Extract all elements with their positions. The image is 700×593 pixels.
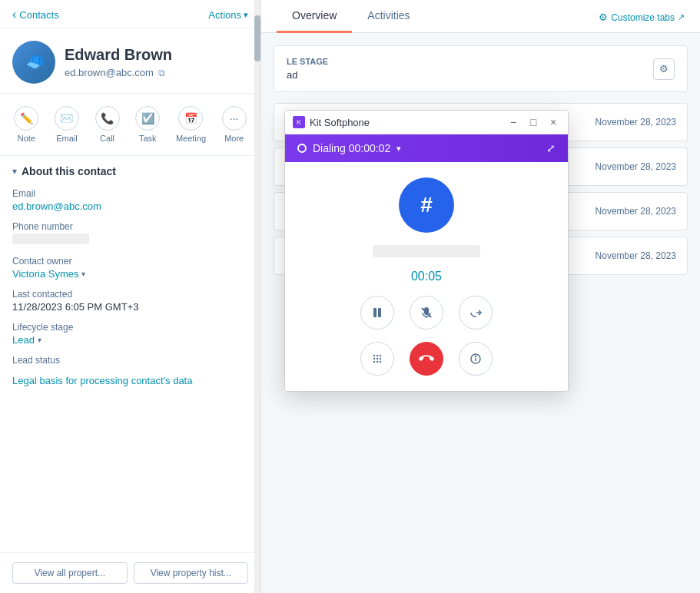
scrollbar-thumb[interactable] [254, 15, 260, 61]
dialing-dot-icon [297, 144, 307, 153]
left-panel: Contacts Actions 🧢 Edward Brown ed.brown… [0, 0, 261, 593]
customize-tabs-label: Customize tabs [611, 12, 675, 23]
activity-date: November 28, 2023 [595, 250, 676, 261]
task-button[interactable]: ☑️ Task [129, 103, 166, 146]
close-button[interactable]: × [546, 115, 560, 129]
avatar: 🧢 [12, 41, 55, 84]
right-panel: Overview Activities ⚙ Customize tabs ↗ L… [261, 0, 700, 593]
activity-date: November 28, 2023 [595, 206, 676, 217]
about-header-toggle[interactable]: ▾ About this contact [12, 165, 248, 177]
call-button[interactable]: 📞 Call [89, 103, 126, 146]
contact-details: Edward Brown ed.brown@abc.com ⧉ [65, 46, 248, 78]
email-label: Email [56, 134, 78, 143]
hangup-button[interactable] [410, 342, 443, 376]
more-label: More [224, 134, 244, 143]
email-field-group: Email ed.brown@abc.com [12, 188, 248, 212]
dialing-dropdown-icon[interactable]: ▾ [396, 144, 401, 154]
svg-point-11 [380, 361, 381, 363]
call-number-display [373, 245, 480, 257]
svg-point-6 [373, 358, 375, 359]
task-icon: ☑️ [135, 106, 160, 131]
svg-point-4 [377, 355, 378, 356]
bottom-buttons: View all propert... View property hist..… [0, 552, 260, 593]
last-contacted-label: Last contacted [12, 289, 248, 300]
owner-name: Victoria Symes [12, 268, 78, 280]
meeting-button[interactable]: 📅 Meeting [170, 103, 212, 146]
maximize-button[interactable]: □ [526, 115, 540, 129]
call-icon: 📞 [95, 106, 120, 131]
lifecycle-text: Lead [12, 334, 35, 346]
phone-field-group: Phone number [12, 221, 248, 247]
owner-field-value[interactable]: Victoria Symes ▾ [12, 268, 248, 280]
more-button[interactable]: ··· More [216, 103, 253, 146]
info-button[interactable] [459, 342, 493, 376]
chevron-down-icon: ▾ [12, 166, 17, 177]
softphone-dialog: K Kit Softphone − □ × Dialing 00:00:02 ▾… [284, 110, 569, 392]
lead-status-field-group: Lead status [12, 355, 248, 366]
lifecycle-dropdown-icon: ▾ [38, 336, 41, 344]
note-button[interactable]: ✏️ Note [8, 103, 45, 146]
call-avatar: # [399, 177, 454, 233]
scrollbar[interactable] [254, 0, 260, 593]
hash-symbol: # [420, 193, 433, 217]
dialing-info: Dialing 00:00:02 ▾ [297, 142, 401, 154]
action-buttons-bar: ✏️ Note ✉️ Email 📞 Call ☑️ Task 📅 Meetin… [0, 94, 260, 156]
svg-point-14 [476, 356, 476, 357]
email-icon: ✉️ [55, 106, 79, 131]
note-label: Note [18, 134, 35, 143]
tabs-bar: Overview Activities ⚙ Customize tabs ↗ [261, 0, 700, 33]
tab-overview[interactable]: Overview [277, 0, 352, 33]
window-controls: − □ × [506, 115, 560, 129]
customize-tabs-button[interactable]: ⚙ Customize tabs ↗ [599, 2, 685, 32]
lifecycle-label: Lifecycle stage [12, 322, 248, 333]
svg-point-10 [377, 361, 378, 363]
email-button[interactable]: ✉️ Email [48, 103, 85, 146]
svg-point-9 [373, 361, 375, 363]
gear-icon: ⚙ [599, 12, 608, 23]
more-icon: ··· [222, 106, 247, 131]
svg-rect-1 [378, 308, 381, 317]
copy-email-button[interactable]: ⧉ [158, 68, 165, 78]
phone-field-value [12, 234, 89, 244]
minimize-button[interactable]: − [506, 115, 520, 129]
contact-name: Edward Brown [65, 46, 248, 64]
activity-date: November 28, 2023 [595, 161, 676, 172]
stage-settings-button[interactable]: ⚙ [653, 58, 675, 80]
softphone-expand-button[interactable]: ⤢ [546, 142, 556, 154]
tab-activities[interactable]: Activities [352, 0, 425, 33]
view-property-history-button[interactable]: View property hist... [134, 562, 249, 584]
avatar-image: 🧢 [24, 52, 45, 72]
stage-header: LE STAGE [287, 57, 328, 66]
meeting-icon: 📅 [178, 106, 203, 131]
legal-basis-field-group: Legal basis for processing contact's dat… [12, 375, 248, 386]
content-area: LE STAGE ad ⚙ 📞 Victoria ... made a call… [261, 33, 700, 593]
stage-value: ad [287, 69, 328, 81]
contacts-back-button[interactable]: Contacts [12, 8, 59, 22]
activity-date: November 28, 2023 [595, 117, 676, 128]
transfer-button[interactable] [459, 296, 493, 330]
contact-info-section: 🧢 Edward Brown ed.brown@abc.com ⧉ [0, 28, 260, 94]
last-contacted-value: 11/28/2023 6:05 PM GMT+3 [12, 301, 248, 313]
note-icon: ✏️ [14, 106, 38, 131]
svg-rect-0 [373, 308, 377, 317]
dialing-status-text: Dialing 00:00:02 [313, 142, 390, 154]
pause-button[interactable] [360, 296, 394, 330]
softphone-title-text: Kit Softphone [310, 117, 370, 128]
owner-dropdown-icon: ▾ [81, 270, 85, 278]
owner-field-group: Contact owner Victoria Symes ▾ [12, 256, 248, 280]
actions-button[interactable]: Actions [208, 9, 248, 21]
call-controls-row2 [360, 342, 493, 376]
lead-status-label: Lead status [12, 355, 248, 366]
view-all-properties-button[interactable]: View all propert... [12, 562, 128, 584]
stage-card: LE STAGE ad ⚙ [274, 45, 688, 92]
email-field-label: Email [12, 188, 248, 199]
legal-basis-link[interactable]: Legal basis for processing contact's dat… [12, 375, 248, 386]
svg-point-8 [380, 358, 381, 359]
svg-point-7 [377, 358, 378, 359]
lifecycle-value[interactable]: Lead ▾ [12, 334, 248, 346]
mute-button[interactable] [410, 296, 443, 330]
softphone-app-icon: K [293, 116, 305, 128]
email-field-value[interactable]: ed.brown@abc.com [12, 200, 248, 212]
keypad-button[interactable] [360, 342, 394, 376]
softphone-titlebar: K Kit Softphone − □ × [285, 111, 568, 134]
